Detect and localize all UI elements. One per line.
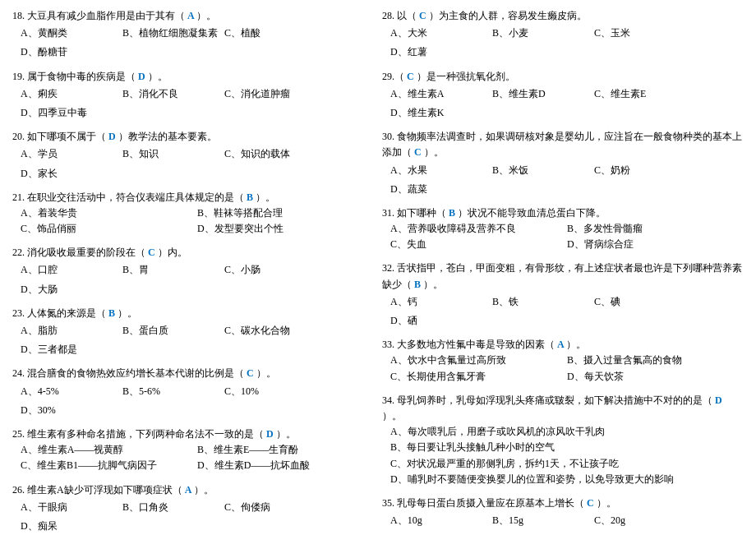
options-row-q35: A、10gB、15gC、20gD、25g [382,513,744,535]
option-item: D、肾病综合症 [567,237,744,252]
question-block-q24: 24. 混合膳食的食物热效应约增长基本代谢的比例是（ C ）。A、4-5%B、5… [12,366,374,418]
option-item: B、每日要让乳头接触几种小时的空气 [390,440,744,455]
option-item: C、10% [224,384,323,399]
option-item: D、四季豆中毒 [21,105,119,121]
option-item: B、5-6% [122,384,221,399]
option-item: D、家长 [21,166,119,182]
question-suffix: ）。 [423,279,443,290]
option-item: B、鞋袜等搭配合理 [197,205,374,221]
option-item: A、痢疾 [21,86,119,102]
options-list-q34: A、每次喂乳后，用磨子或吹风机的凉风吹干乳肉B、每日要让乳头接触几种小时的空气C… [382,424,744,487]
option-item: C、碳水化合物 [224,323,323,339]
option-item: A、饮水中含氟量过高所致 [390,353,567,368]
question-text-q24: 24. 混合膳食的食物热效应约增长基本代谢的比例是（ C ）。 [12,366,374,381]
option-item: B、维生素E——生育酚 [197,442,374,458]
option-item: B、15g [492,513,591,528]
option-item: D、蔬菜 [390,182,489,197]
option-item: C、奶粉 [594,163,693,178]
option-item: B、知识 [122,146,221,162]
option-item: D、30% [21,403,119,418]
option-item: B、米饭 [492,163,591,178]
option-item: A、干眼病 [21,500,119,515]
option-item: A、口腔 [21,262,119,278]
option-item: B、小麦 [492,25,591,41]
options-row-q20: A、学员B、知识C、知识的载体D、家长 [12,146,374,181]
question-text-q35: 35. 乳母每日蛋白质摄入量应在原基本上增长（ C ）。 [382,496,744,511]
question-block-q18: 18. 大豆具有减少血脂作用是由于其有（ A ）。A、黄酮类B、植物红细胞凝集素… [12,8,374,61]
question-block-q34: 34. 母乳饲养时，乳母如浮现乳头疼痛或皲裂，如下解决措施中不对的的是（ D ）… [382,393,744,487]
question-text-q21: 21. 在职业交往活动中，符合仪表端庄具体规定的是（ B ）。 [12,190,374,205]
option-item: C、20g [594,513,693,528]
question-prefix: 20. 如下哪项不属于（ [12,131,106,142]
option-item: C、佝偻病 [224,500,323,515]
options-row-q30: A、水果B、米饭C、奶粉D、蔬菜 [382,163,744,197]
answer-letter: A [185,10,196,21]
option-item: B、多发性骨髓瘤 [567,221,744,237]
question-block-q25: 25. 维生素有多种命名措施，下列两种命名法不一致的是（ D ）。A、维生素A—… [12,427,374,474]
options-row-q24: A、4-5%B、5-6%C、10%D、30% [12,384,374,418]
question-text-q26: 26. 维生素A缺少可浮现如下哪项症状（ A ）。 [12,482,374,498]
question-block-q23: 23. 人体氮的来源是（ B ）。A、脂肪B、蛋白质C、碳水化合物D、三者都是 [12,306,374,358]
question-block-q30: 30. 食物频率法调查时，如果调研核对象是婴幼儿，应注旨在一般食物种类的基本上添… [382,129,744,197]
option-item: C、维生素B1——抗脚气病因子 [21,458,197,473]
question-suffix: ）教学法的基本要素。 [118,131,217,142]
option-item: C、饰品俏丽 [21,221,197,237]
answer-letter: D [106,131,118,142]
option-item: A、维生素A——视黄醇 [21,442,197,458]
answer-letter: C [584,497,597,509]
answer-letter: C [244,367,256,379]
question-prefix: 19. 属于食物中毒的疾病是（ [12,71,136,82]
option-item: C、失血 [390,237,567,252]
answer-letter: A [182,484,194,496]
question-prefix: 33. 大多数地方性氟中毒是导致的因素（ [382,339,555,350]
question-block-q20: 20. 如下哪项不属于（ D ）教学法的基本要素。A、学员B、知识C、知识的载体… [12,129,374,182]
option-item: D、酚糖苷 [21,44,119,60]
option-item: A、钙 [390,294,489,310]
question-prefix: 21. 在职业交往活动中，符合仪表端庄具体规定的是（ [12,191,244,203]
question-text-q28: 28. 以（ C ）为主食的人群，容易发生癞皮病。 [382,8,744,24]
option-item: C、小肠 [224,262,323,278]
answer-letter: B [412,279,423,290]
option-item: D、硒 [390,313,489,329]
question-suffix: ）。 [256,191,275,203]
question-text-q18: 18. 大豆具有减少血脂作用是由于其有（ A ）。 [12,8,374,24]
option-item: A、脂肪 [21,323,119,339]
option-item: B、口角炎 [122,500,221,515]
question-block-q31: 31. 如下哪种（ B ）状况不能导致血清总蛋白下降。A、营养吸收障碍及营养不良… [382,205,744,253]
options-row-q23: A、脂肪B、蛋白质C、碳水化合物D、三者都是 [12,323,374,357]
option-item: D、哺乳时不要随便变换婴儿的位置和姿势，以免导致更大的影响 [390,472,744,487]
question-block-q19: 19. 属于食物中毒的疾病是（ D ）。A、痢疾B、消化不良C、消化道肿瘤D、四… [12,69,374,122]
question-suffix: ）是一种强抗氧化剂。 [417,71,515,82]
options-row-q32: A、钙B、铁C、碘D、硒 [382,294,744,329]
answer-letter: B [244,191,256,203]
question-prefix: 18. 大豆具有减少血脂作用是由于其有（ [12,10,185,21]
option-item: D、大肠 [21,282,119,297]
question-prefix: 35. 乳母每日蛋白质摄入量应在原基本上增长（ [382,497,584,509]
question-block-q28: 28. 以（ C ）为主食的人群，容易发生癞皮病。A、大米B、小麦C、玉米D、红… [382,8,744,61]
option-item: C、维生素E [594,86,693,102]
options-row-q22: A、口腔B、胃C、小肠D、大肠 [12,262,374,297]
question-prefix: 23. 人体氮的来源是（ [12,307,106,319]
question-prefix: 25. 维生素有多种命名措施，下列两种命名法不一致的是（ [12,428,264,440]
question-suffix: ）。 [597,497,616,509]
options-row-q29: A、维生素AB、维生素DC、维生素ED、维生素K [382,86,744,121]
question-suffix: ）。 [194,484,214,496]
question-suffix: ）为主食的人群，容易发生癞皮病。 [429,10,587,21]
options-grid-q33: A、饮水中含氟量过高所致B、摄入过量含氟高的食物C、长期使用含氟牙膏D、每天饮茶 [382,353,744,384]
option-item: A、着装华贵 [21,205,197,221]
options-grid-q21: A、着装华贵B、鞋袜等搭配合理C、饰品俏丽D、发型要突出个性 [12,205,374,237]
question-text-q31: 31. 如下哪种（ B ）状况不能导致血清总蛋白下降。 [382,205,744,221]
answer-letter: D [136,71,148,82]
question-prefix: 34. 母乳饲养时，乳母如浮现乳头疼痛或皲裂，如下解决措施中不对的的是（ [382,394,712,406]
option-item: D、红薯 [390,44,489,60]
question-text-q22: 22. 消化吸收最重要的阶段在（ C ）内。 [12,245,374,261]
question-text-q34: 34. 母乳饲养时，乳母如浮现乳头疼痛或皲裂，如下解决措施中不对的的是（ D ）… [382,393,744,424]
question-suffix: ）。 [382,410,402,422]
question-block-q21: 21. 在职业交往活动中，符合仪表端庄具体规定的是（ B ）。A、着装华贵B、鞋… [12,190,374,238]
question-suffix: ）。 [148,71,168,82]
question-block-q33: 33. 大多数地方性氟中毒是导致的因素（ A ）。A、饮水中含氟量过高所致B、摄… [382,337,744,385]
question-text-q33: 33. 大多数地方性氟中毒是导致的因素（ A ）。 [382,337,744,353]
options-grid-q31: A、营养吸收障碍及营养不良B、多发性骨髓瘤C、失血D、肾病综合症 [382,221,744,252]
question-prefix: 26. 维生素A缺少可浮现如下哪项症状（ [12,484,182,496]
option-item: A、10g [390,513,489,528]
